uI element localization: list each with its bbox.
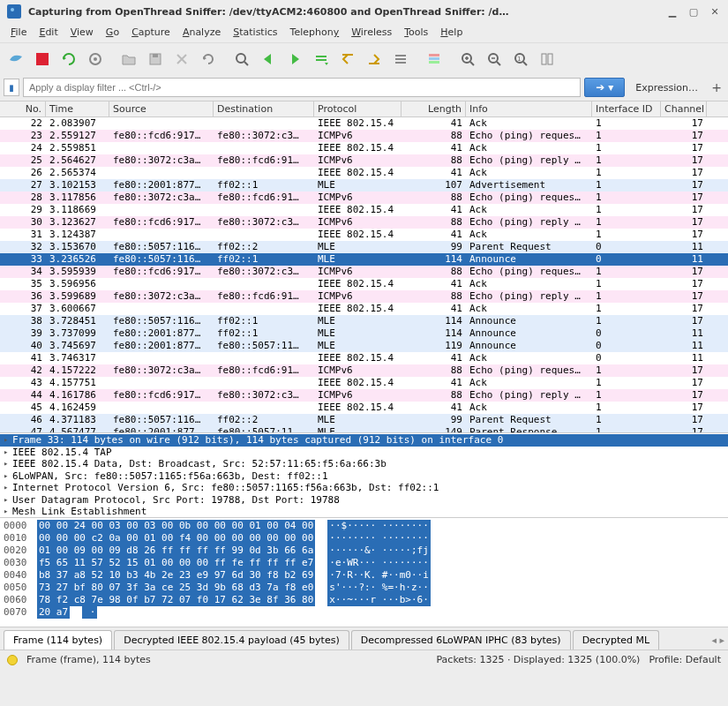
packet-row[interactable]: 303.123627fe80::fcd6:917…fe80::3072:c3…I… (0, 216, 728, 229)
stop-capture-icon[interactable] (30, 47, 55, 71)
packet-row[interactable]: 283.117856fe80::3072:c3a…fe80::fcd6:91…I… (0, 192, 728, 204)
packet-row[interactable]: 403.745697fe80::2001:877…fe80::5057:11…M… (0, 340, 728, 352)
packet-row[interactable]: 293.118669IEEE 802.15.441Ack117 (0, 204, 728, 216)
col-interface[interactable]: Interface ID (592, 101, 661, 116)
goto-first-icon[interactable] (335, 47, 360, 71)
detail-row[interactable]: ▸User Datagram Protocol, Src Port: 19788… (0, 494, 728, 507)
packet-list[interactable]: No. Time Source Destination Protocol Len… (0, 101, 728, 432)
packet-row[interactable]: 343.595939fe80::fcd6:917…fe80::3072:c3…I… (0, 266, 728, 278)
packet-row[interactable]: 454.162459IEEE 802.15.441Ack117 (0, 402, 728, 414)
packet-row[interactable]: 424.157222fe80::3072:c3a…fe80::fcd6:91…I… (0, 364, 728, 377)
detail-row[interactable]: ▸Mesh Link Establishment (0, 506, 728, 517)
reload-icon[interactable] (196, 47, 221, 71)
packet-row[interactable]: 474.567477fe80::2001:877…fe80::5057:11…M… (0, 426, 728, 432)
menu-file[interactable]: File (5, 25, 32, 41)
hex-row[interactable]: 006078 f2 c8 7e 98 0f b7 72 07 f0 17 62 … (4, 594, 724, 606)
display-filter-input[interactable] (23, 78, 581, 97)
menu-view[interactable]: View (65, 25, 99, 41)
minimize-button[interactable]: ▁ (666, 5, 679, 18)
status-profile[interactable]: Profile: Default (649, 654, 721, 665)
expert-info-icon[interactable] (7, 655, 18, 665)
find-packet-icon[interactable] (229, 47, 254, 71)
col-channel[interactable]: Channel (661, 101, 707, 116)
tab-frame[interactable]: Frame (114 bytes) (4, 630, 112, 650)
zoom-in-icon[interactable] (455, 47, 480, 71)
hex-row[interactable]: 000000 00 24 00 03 00 03 00 0b 00 00 00 … (4, 520, 724, 532)
resize-columns-icon[interactable] (535, 47, 559, 71)
goto-last-icon[interactable] (362, 47, 387, 71)
col-no[interactable]: No. (0, 101, 46, 116)
open-file-icon[interactable] (116, 47, 141, 71)
hex-row[interactable]: 002001 00 09 00 09 d8 26 ff ff ff ff 99 … (4, 545, 724, 557)
go-back-icon[interactable] (256, 47, 281, 71)
menu-telephony[interactable]: Telephony (285, 25, 345, 41)
hex-row[interactable]: 0040b8 37 a8 52 10 b3 4b 2e 23 e9 97 6d … (4, 569, 724, 582)
packet-row[interactable]: 383.728451fe80::5057:116…ff02::1MLE114An… (0, 315, 728, 327)
autoscroll-icon[interactable] (388, 47, 413, 71)
goto-packet-icon[interactable] (309, 47, 334, 71)
col-protocol[interactable]: Protocol (314, 101, 402, 116)
col-length[interactable]: Length (402, 101, 466, 116)
go-forward-icon[interactable] (282, 47, 307, 71)
col-time[interactable]: Time (46, 101, 109, 116)
col-destination[interactable]: Destination (214, 101, 314, 116)
hex-row[interactable]: 007020 a7 · (4, 606, 724, 619)
menu-edit[interactable]: Edit (34, 25, 63, 41)
packet-row[interactable]: 262.565374IEEE 802.15.441Ack117 (0, 167, 728, 179)
detail-row[interactable]: ▸IEEE 802.15.4 Data, Dst: Broadcast, Src… (0, 458, 728, 470)
packet-row[interactable]: 373.600667IEEE 802.15.441Ack117 (0, 303, 728, 315)
close-button[interactable]: ✕ (709, 5, 721, 18)
packet-row[interactable]: 434.157751IEEE 802.15.441Ack117 (0, 377, 728, 389)
packet-bytes[interactable]: 000000 00 24 00 03 00 03 00 0b 00 00 00 … (0, 517, 728, 627)
menu-wireless[interactable]: Wireless (346, 25, 397, 41)
col-source[interactable]: Source (109, 101, 214, 116)
restart-capture-icon[interactable] (56, 47, 81, 71)
menu-help[interactable]: Help (435, 25, 468, 41)
hex-row[interactable]: 001000 00 00 c2 0a 00 01 00 f4 00 00 00 … (4, 532, 724, 545)
packet-row[interactable]: 363.599689fe80::3072:c3a…fe80::fcd6:91…I… (0, 290, 728, 303)
save-file-icon[interactable] (143, 47, 168, 71)
detail-row[interactable]: ▸Frame 33: 114 bytes on wire (912 bits),… (0, 434, 728, 447)
col-info[interactable]: Info (466, 101, 592, 116)
hex-row[interactable]: 0030f5 65 11 57 52 15 01 00 00 00 ff fe … (4, 557, 724, 569)
packet-row[interactable]: 222.083907IEEE 802.15.441Ack117 (0, 117, 728, 130)
menu-statistics[interactable]: Statistics (228, 25, 282, 41)
packet-row[interactable]: 242.559851IEEE 802.15.441Ack117 (0, 142, 728, 154)
tabs-scroll[interactable]: ◂ ▸ (711, 635, 724, 650)
maximize-button[interactable]: ▢ (687, 5, 700, 18)
packet-row[interactable]: 444.161786fe80::fcd6:917…fe80::3072:c3…I… (0, 389, 728, 402)
expression-button[interactable]: Expression… (628, 79, 705, 96)
zoom-out-icon[interactable] (482, 47, 507, 71)
packet-row[interactable]: 333.236526fe80::5057:116…ff02::1MLE114An… (0, 253, 728, 266)
detail-row[interactable]: ▸IEEE 802.15.4 TAP (0, 447, 728, 459)
zoom-reset-icon[interactable]: 1 (508, 47, 533, 71)
packet-row[interactable]: 252.564627fe80::3072:c3a…fe80::fcd6:91…I… (0, 154, 728, 167)
packet-row[interactable]: 393.737099fe80::2001:877…ff02::1MLE114An… (0, 327, 728, 340)
filter-bookmark-icon[interactable]: ▮ (4, 79, 19, 96)
menu-tools[interactable]: Tools (399, 25, 433, 41)
packet-row[interactable]: 232.559127fe80::fcd6:917…fe80::3072:c3…I… (0, 130, 728, 142)
packet-row[interactable]: 273.102153fe80::2001:877…ff02::1MLE107Ad… (0, 179, 728, 192)
packet-row[interactable]: 464.371183fe80::5057:116…ff02::2MLE99Par… (0, 414, 728, 426)
tab-decrypted-ml[interactable]: Decrypted ML (573, 630, 659, 650)
packet-row[interactable]: 413.746317IEEE 802.15.441Ack011 (0, 352, 728, 364)
hex-row[interactable]: 005073 27 bf 80 07 3f 3a ce 25 3d 9b 68 … (4, 582, 724, 594)
tab-decrypted-802154[interactable]: Decrypted IEEE 802.15.4 payload (45 byte… (114, 630, 349, 650)
capture-options-icon[interactable] (83, 47, 108, 71)
packet-row[interactable]: 323.153670fe80::5057:116…ff02::2MLE99Par… (0, 241, 728, 253)
tab-6lowpan[interactable]: Decompressed 6LoWPAN IPHC (83 bytes) (351, 630, 571, 650)
add-filter-button[interactable]: + (709, 80, 724, 94)
colorize-icon[interactable] (422, 47, 447, 71)
detail-row[interactable]: ▸6LoWPAN, Src: fe80::5057:1165:f56a:663b… (0, 470, 728, 483)
filter-apply-button[interactable]: ➔ ▾ (584, 78, 625, 97)
start-capture-icon[interactable] (4, 47, 28, 71)
svg-rect-11 (395, 55, 406, 56)
menu-go[interactable]: Go (101, 25, 124, 41)
detail-row[interactable]: ▸Internet Protocol Version 6, Src: fe80:… (0, 482, 728, 494)
packet-row[interactable]: 353.596956IEEE 802.15.441Ack117 (0, 278, 728, 290)
packet-row[interactable]: 313.124387IEEE 802.15.441Ack117 (0, 229, 728, 241)
menu-analyze[interactable]: Analyze (177, 25, 226, 41)
close-file-icon[interactable] (169, 47, 194, 71)
menu-capture[interactable]: Capture (126, 25, 176, 41)
packet-details[interactable]: ▸Frame 33: 114 bytes on wire (912 bits),… (0, 432, 728, 517)
